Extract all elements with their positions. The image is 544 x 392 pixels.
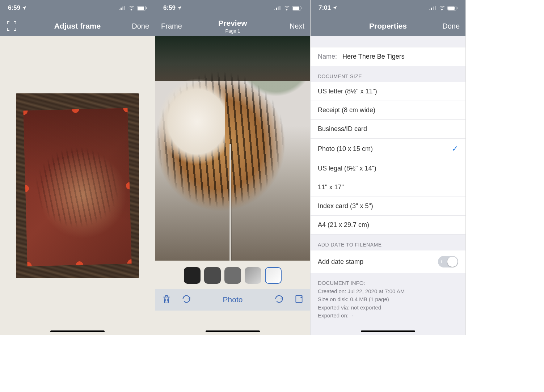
crop-handle-bottom[interactable] bbox=[76, 261, 83, 266]
status-icons bbox=[274, 6, 302, 10]
svg-rect-3 bbox=[124, 6, 125, 10]
info-exported-via: Exported via: not exported bbox=[318, 304, 458, 312]
expand-frame-button[interactable] bbox=[6, 20, 35, 32]
home-indicator[interactable] bbox=[361, 330, 415, 332]
crop-handle-bottom-left[interactable] bbox=[23, 262, 32, 266]
add-page-button[interactable] bbox=[294, 294, 304, 305]
status-icons bbox=[119, 6, 147, 10]
wifi-icon bbox=[128, 6, 135, 10]
svg-rect-16 bbox=[431, 8, 432, 10]
status-bar: 6:59 bbox=[0, 0, 155, 16]
section-document-size: DOCUMENT SIZE bbox=[311, 66, 465, 82]
nav-title: Adjust frame bbox=[54, 22, 101, 30]
crop-handle-left[interactable] bbox=[23, 185, 29, 193]
svg-rect-5 bbox=[138, 7, 144, 10]
trash-button[interactable] bbox=[162, 294, 171, 305]
svg-rect-6 bbox=[146, 7, 147, 9]
size-option[interactable]: US letter (8½" x 11") bbox=[311, 82, 465, 101]
size-option-label: Photo (10 x 15 cm) bbox=[318, 145, 373, 153]
size-option[interactable]: Photo (10 x 15 cm)✓ bbox=[311, 139, 465, 159]
nav-bar: Frame Preview Page 1 Next bbox=[155, 16, 310, 36]
svg-rect-20 bbox=[448, 7, 455, 10]
done-button[interactable]: Done bbox=[132, 22, 149, 30]
add-date-stamp-row[interactable]: Add date stamp bbox=[311, 250, 465, 273]
filter-mode-button[interactable]: Photo bbox=[191, 295, 274, 304]
filter-swatch-3[interactable] bbox=[224, 267, 241, 284]
location-icon bbox=[332, 5, 337, 10]
svg-rect-2 bbox=[122, 7, 123, 10]
crop-rectangle[interactable] bbox=[23, 108, 131, 266]
rotate-left-button[interactable] bbox=[181, 295, 191, 304]
home-indicator[interactable] bbox=[206, 330, 260, 332]
svg-rect-8 bbox=[276, 8, 277, 10]
bottom-toolbar: Photo bbox=[155, 289, 310, 311]
add-date-toggle[interactable] bbox=[438, 256, 458, 267]
preview-body: Photo bbox=[155, 36, 310, 335]
nav-title: Properties bbox=[369, 22, 407, 30]
svg-rect-1 bbox=[121, 8, 122, 10]
location-icon bbox=[177, 5, 182, 10]
name-label: Name: bbox=[318, 53, 337, 60]
nav-title: Preview bbox=[218, 19, 247, 28]
svg-rect-18 bbox=[435, 6, 436, 10]
next-button[interactable]: Next bbox=[290, 22, 304, 30]
svg-rect-0 bbox=[119, 9, 120, 10]
svg-rect-9 bbox=[278, 7, 279, 10]
size-option[interactable]: Index card (3" x 5") bbox=[311, 197, 465, 216]
battery-icon bbox=[447, 6, 457, 10]
status-time: 7:01 bbox=[319, 4, 331, 12]
crop-handle-top[interactable] bbox=[72, 108, 79, 113]
size-option[interactable]: US legal (8½" x 14") bbox=[311, 159, 465, 178]
preview-image[interactable] bbox=[155, 36, 310, 261]
svg-rect-17 bbox=[433, 7, 434, 10]
section-add-date: ADD DATE TO FILENAME bbox=[311, 235, 465, 250]
wifi-icon bbox=[439, 6, 445, 10]
signal-icon bbox=[274, 6, 281, 10]
size-option[interactable]: Receipt (8 cm wide) bbox=[311, 101, 465, 120]
filter-swatch-1[interactable] bbox=[184, 267, 201, 284]
home-indicator[interactable] bbox=[50, 330, 105, 332]
size-option-label: US letter (8½" x 11") bbox=[318, 88, 377, 95]
screen-preview: 6:59 Frame Preview Page 1 Next bbox=[155, 0, 311, 335]
svg-rect-13 bbox=[301, 7, 302, 9]
checkmark-icon: ✓ bbox=[452, 144, 458, 153]
crop-handle-right[interactable] bbox=[126, 182, 132, 190]
svg-rect-14 bbox=[296, 295, 302, 303]
battery-icon bbox=[292, 6, 302, 10]
filter-swatch-2[interactable] bbox=[204, 267, 221, 284]
filter-swatch-5-selected[interactable] bbox=[265, 267, 282, 284]
done-button[interactable]: Done bbox=[442, 22, 460, 30]
size-option-label: 11" x 17" bbox=[318, 184, 344, 191]
signal-icon bbox=[119, 6, 126, 10]
svg-rect-10 bbox=[279, 6, 281, 10]
wifi-icon bbox=[283, 6, 290, 10]
screen-properties: 7:01 Properties Done Name: Here There Be… bbox=[311, 0, 466, 335]
size-option[interactable]: A4 (21 x 29.7 cm) bbox=[311, 216, 465, 235]
size-option[interactable]: 11" x 17" bbox=[311, 178, 465, 197]
svg-rect-12 bbox=[293, 7, 299, 10]
size-option[interactable]: Business/ID card bbox=[311, 120, 465, 139]
crop-handle-top-left[interactable] bbox=[23, 108, 28, 115]
info-header: DOCUMENT INFO: bbox=[318, 279, 458, 287]
filter-row bbox=[155, 261, 310, 289]
svg-rect-7 bbox=[274, 9, 275, 10]
photo-on-table bbox=[16, 93, 139, 278]
crop-handle-bottom-right[interactable] bbox=[127, 259, 131, 266]
rotate-right-button[interactable] bbox=[274, 295, 284, 304]
status-bar: 7:01 bbox=[311, 0, 465, 16]
properties-body[interactable]: Name: Here There Be Tigers DOCUMENT SIZE… bbox=[311, 36, 465, 335]
size-option-label: Index card (3" x 5") bbox=[318, 202, 373, 210]
name-row[interactable]: Name: Here There Be Tigers bbox=[311, 47, 465, 66]
crop-handle-top-right[interactable] bbox=[123, 108, 132, 112]
signal-icon bbox=[429, 6, 437, 10]
size-option-label: A4 (21 x 29.7 cm) bbox=[318, 221, 369, 229]
filter-swatch-4[interactable] bbox=[245, 267, 261, 284]
adjust-frame-canvas[interactable] bbox=[0, 36, 155, 335]
size-option-label: Business/ID card bbox=[318, 125, 367, 133]
nav-subtitle: Page 1 bbox=[225, 28, 240, 34]
nav-bar: Adjust frame Done bbox=[0, 16, 155, 36]
nav-bar: Properties Done bbox=[311, 16, 465, 36]
location-icon bbox=[22, 5, 27, 10]
status-time: 6:59 bbox=[8, 4, 20, 12]
frame-back-button[interactable]: Frame bbox=[161, 22, 182, 30]
